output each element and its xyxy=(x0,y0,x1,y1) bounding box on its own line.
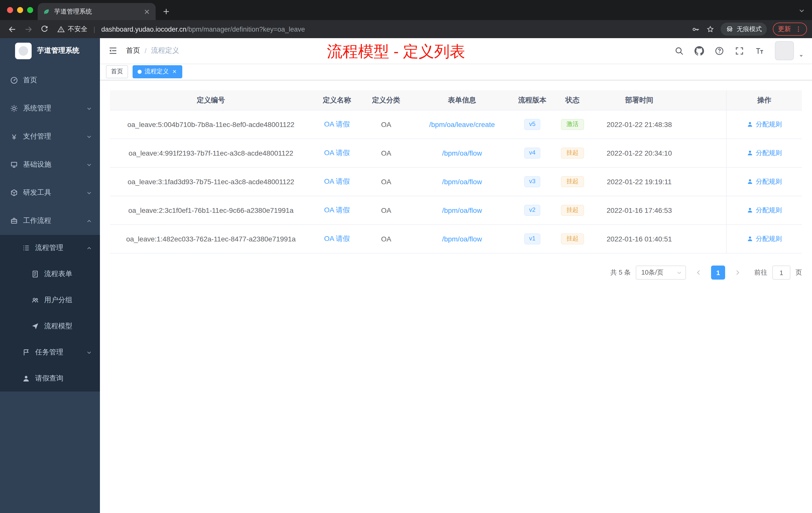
cell-definition-name: OA 请假 xyxy=(312,177,362,186)
cell-form-info: /bpm/oa/flow xyxy=(410,178,514,186)
chrome-update-button[interactable]: 更新 xyxy=(773,23,807,36)
cell-definition-name: OA 请假 xyxy=(312,120,362,129)
person-icon xyxy=(22,374,30,383)
sidebar-item-workflow[interactable]: 工作流程 xyxy=(0,207,100,235)
table-row: oa_leave:2:3c1f0ef1-76b1-11ec-9c66-a2380… xyxy=(110,196,802,225)
tag-label: 首页 xyxy=(111,67,123,76)
assign-rule-label: 分配规则 xyxy=(756,177,782,186)
close-window-button[interactable] xyxy=(7,7,13,13)
cell-definition-category: OA xyxy=(362,149,410,157)
cell-definition-name: OA 请假 xyxy=(312,234,362,243)
yen-icon: ¥ xyxy=(10,132,18,141)
update-label: 更新 xyxy=(778,25,791,34)
back-button[interactable] xyxy=(5,22,19,36)
url-path: /bpm/manager/definition?key=oa_leave xyxy=(186,25,305,33)
person-icon xyxy=(747,207,753,214)
next-page-button[interactable] xyxy=(730,266,745,280)
kebab-menu-icon[interactable] xyxy=(795,26,802,33)
font-size-icon[interactable] xyxy=(755,46,764,56)
sidebar-item-label: 请假查询 xyxy=(35,374,63,383)
definition-name-link[interactable]: OA 请假 xyxy=(324,206,350,214)
sidebar-item-home[interactable]: 首页 xyxy=(0,66,100,94)
avatar[interactable] xyxy=(775,41,794,60)
assign-rule-link[interactable]: 分配规则 xyxy=(747,206,782,215)
url-divider: | xyxy=(93,25,95,33)
brand: 芋道管理系统 xyxy=(0,38,100,63)
form-info-link[interactable]: /bpm/oa/flow xyxy=(442,235,482,243)
version-tag: v3 xyxy=(524,176,540,187)
assign-rule-label: 分配规则 xyxy=(756,149,782,158)
status-badge: 挂起 xyxy=(561,234,584,244)
sidebar-item-process-mgmt[interactable]: 流程管理 xyxy=(0,235,100,261)
column-header: 部署时间 xyxy=(594,96,685,105)
version-tag: v4 xyxy=(524,148,540,158)
breadcrumb-home[interactable]: 首页 xyxy=(126,46,140,55)
help-icon[interactable] xyxy=(715,46,724,56)
new-tab-button[interactable] xyxy=(162,7,171,16)
tab-close-icon[interactable] xyxy=(143,8,151,15)
table-header-row: 定义编号定义名称定义分类表单信息流程版本状态部署时间操作 xyxy=(110,90,802,111)
cell-process-version: v1 xyxy=(514,234,551,244)
tab-title: 芋道管理系统 xyxy=(54,7,139,16)
column-header: 定义名称 xyxy=(312,96,362,105)
assign-rule-link[interactable]: 分配规则 xyxy=(747,149,782,158)
sidebar-item-label: 任务管理 xyxy=(35,348,63,357)
tag-close-icon[interactable] xyxy=(172,69,177,74)
browser-toolbar: 不安全 | dashboard.yudao.iocoder.cn/bpm/man… xyxy=(0,20,812,38)
prev-page-button[interactable] xyxy=(691,266,706,280)
definition-name-link[interactable]: OA 请假 xyxy=(324,120,350,128)
search-icon[interactable] xyxy=(674,46,684,56)
zoom-window-button[interactable] xyxy=(27,7,33,13)
fullscreen-icon[interactable] xyxy=(735,46,744,56)
sidebar-item-user-group[interactable]: 用户分组 xyxy=(0,287,100,313)
sidebar-item-payment-mgmt[interactable]: ¥支付管理 xyxy=(0,122,100,151)
page-number-button[interactable]: 1 xyxy=(711,266,725,280)
assign-rule-link[interactable]: 分配规则 xyxy=(747,120,782,129)
table-row: oa_leave:4:991f2193-7b7f-11ec-a3c8-acde4… xyxy=(110,139,802,168)
cell-status: 挂起 xyxy=(551,205,594,216)
site-security-indicator[interactable]: 不安全 xyxy=(57,25,87,34)
form-info-link[interactable]: /bpm/oa/flow xyxy=(442,178,482,186)
sidebar-collapse-icon[interactable] xyxy=(108,46,118,56)
form-info-link[interactable]: /bpm/oa/flow xyxy=(442,206,482,214)
sidebar-item-system-mgmt[interactable]: 系统管理 xyxy=(0,94,100,122)
page-size-select[interactable]: 10条/页 xyxy=(636,266,686,280)
bookmark-star-icon[interactable] xyxy=(706,25,715,33)
incognito-icon xyxy=(726,25,734,33)
person-icon xyxy=(747,150,753,156)
column-header: 表单信息 xyxy=(410,96,514,105)
definition-name-link[interactable]: OA 请假 xyxy=(324,177,350,185)
assign-rule-link[interactable]: 分配规则 xyxy=(747,234,782,243)
tag-process-definition[interactable]: 流程定义 xyxy=(133,65,182,78)
sidebar-item-dev-tools[interactable]: 研发工具 xyxy=(0,179,100,207)
goto-page-input[interactable] xyxy=(772,266,790,280)
pagination: 共 5 条 10条/页 1 前往 页 xyxy=(110,266,802,280)
assign-rule-label: 分配规则 xyxy=(756,206,782,215)
cell-definition-id: oa_leave:5:004b710b-7b8a-11ec-8ef0-acde4… xyxy=(110,120,312,128)
forward-button[interactable] xyxy=(21,22,35,36)
tag-label: 流程定义 xyxy=(145,67,169,76)
github-icon[interactable] xyxy=(695,46,704,56)
sidebar-item-process-model[interactable]: 流程模型 xyxy=(0,313,100,339)
form-info-link[interactable]: /bpm/oa/flow xyxy=(442,149,482,157)
page-size-value: 10条/页 xyxy=(641,268,663,277)
tab-search-chevron-icon[interactable] xyxy=(799,7,805,14)
address-bar[interactable]: dashboard.yudao.iocoder.cn/bpm/manager/d… xyxy=(101,25,685,33)
form-info-link[interactable]: /bpm/oa/leave/create xyxy=(429,120,495,128)
avatar-caret-down-icon[interactable] xyxy=(799,53,804,58)
assign-rule-link[interactable]: 分配规则 xyxy=(747,177,782,186)
sidebar-item-leave-query[interactable]: 请假查询 xyxy=(0,365,100,392)
password-key-icon[interactable] xyxy=(692,25,700,33)
tag-home[interactable]: 首页 xyxy=(106,65,128,78)
minimize-window-button[interactable] xyxy=(17,7,23,13)
incognito-label: 无痕模式 xyxy=(737,25,762,33)
definition-name-link[interactable]: OA 请假 xyxy=(324,234,350,242)
reload-button[interactable] xyxy=(37,22,51,36)
sidebar-item-infrastructure[interactable]: 基础设施 xyxy=(0,151,100,179)
sidebar-item-task-mgmt[interactable]: 任务管理 xyxy=(0,339,100,365)
sidebar-item-process-form[interactable]: 流程表单 xyxy=(0,261,100,287)
navbar-right xyxy=(674,41,804,60)
definition-name-link[interactable]: OA 请假 xyxy=(324,149,350,157)
breadcrumb-current: 流程定义 xyxy=(151,46,179,55)
browser-tab[interactable]: 芋道管理系统 xyxy=(38,3,156,20)
